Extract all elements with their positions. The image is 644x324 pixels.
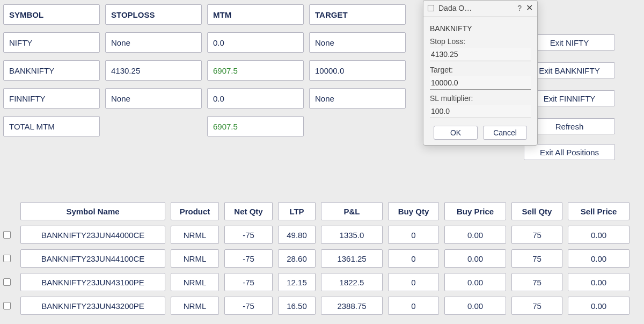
col-sell-qty: Sell Qty	[511, 202, 562, 220]
cell-buy-qty: 0	[388, 273, 439, 291]
header-mtm: MTM	[207, 4, 304, 25]
cell-mtm: 0.0	[207, 32, 304, 53]
cell-buy-price: 0.00	[444, 226, 506, 244]
cell-sell-qty: 75	[511, 249, 562, 268]
exit-all-positions-button[interactable]: Exit All Positions	[524, 144, 615, 160]
cell-net-qty: -75	[224, 249, 273, 268]
table-row: BANKNIFTY23JUN44100CE NRML -75 28.60 136…	[3, 249, 644, 268]
cell-sell-qty: 75	[511, 297, 562, 315]
cell-ltp: 16.50	[278, 297, 316, 315]
cell-buy-price: 0.00	[444, 273, 506, 291]
cell-stoploss: None	[105, 88, 202, 109]
cell-stoploss: None	[105, 32, 202, 53]
header-stoploss: STOPLOSS	[105, 4, 202, 25]
cell-target: None	[309, 88, 406, 109]
label-target: Target:	[430, 66, 531, 74]
dialog-title-text: Dada O…	[438, 4, 513, 12]
table-row: BANKNIFTY23JUN43200PE NRML -75 16.50 238…	[3, 297, 644, 315]
cell-buy-price: 0.00	[444, 297, 506, 315]
col-sell-price: Sell Price	[568, 202, 630, 220]
col-buy-price: Buy Price	[444, 202, 506, 220]
cell-sell-qty: 75	[511, 273, 562, 291]
dialog-symbol: BANKNIFTY	[430, 24, 531, 33]
positions-header-row: Symbol Name Product Net Qty LTP P&L Buy …	[3, 202, 644, 220]
app-icon	[428, 5, 434, 11]
col-symbol-name: Symbol Name	[20, 202, 165, 220]
cell-net-qty: -75	[224, 226, 273, 244]
cell-symbol: NIFTY	[3, 32, 100, 53]
col-pnl: P&L	[321, 202, 383, 220]
cell-sell-qty: 75	[511, 226, 562, 244]
stoploss-target-dialog: Dada O… ? ✕ BANKNIFTY Stop Loss: Target:…	[423, 0, 538, 146]
cell-sell-price: 0.00	[568, 249, 630, 268]
summary-grid: SYMBOL STOPLOSS MTM TARGET NIFTY None 0.…	[0, 0, 644, 164]
cell-pnl: 1822.5	[321, 273, 383, 291]
header-symbol: SYMBOL	[3, 4, 100, 25]
cancel-button[interactable]: Cancel	[483, 126, 527, 140]
cell-symbol-name: BANKNIFTY23JUN44000CE	[20, 226, 165, 244]
cell-target: 10000.0	[309, 60, 406, 81]
cell-ltp: 28.60	[278, 249, 316, 268]
header-target: TARGET	[309, 4, 406, 25]
cell-stoploss: 4130.25	[105, 60, 202, 81]
table-row: BANKNIFTY23JUN44000CE NRML -75 49.80 133…	[3, 226, 644, 244]
cell-net-qty: -75	[224, 297, 273, 315]
cell-total-label: TOTAL MTM	[3, 116, 100, 136]
row-checkbox[interactable]	[3, 278, 11, 286]
cell-mtm: 6907.5	[207, 60, 304, 81]
cell-pnl: 1335.0	[321, 226, 383, 244]
cell-buy-qty: 0	[388, 226, 439, 244]
label-stoploss: Stop Loss:	[430, 37, 531, 46]
cell-sell-price: 0.00	[568, 297, 630, 315]
cell-pnl: 1361.25	[321, 249, 383, 268]
cell-symbol: FINNIFTY	[3, 88, 100, 109]
stoploss-input[interactable]	[430, 48, 531, 61]
cell-product: NRML	[171, 273, 219, 291]
cell-sell-price: 0.00	[568, 273, 630, 291]
close-icon[interactable]: ✕	[526, 3, 533, 13]
cell-ltp: 49.80	[278, 226, 316, 244]
target-input[interactable]	[430, 76, 531, 90]
help-icon[interactable]: ?	[517, 4, 522, 12]
cell-ltp: 12.15	[278, 273, 316, 291]
ok-button[interactable]: OK	[434, 126, 478, 140]
cell-pnl: 2388.75	[321, 297, 383, 315]
cell-buy-qty: 0	[388, 249, 439, 268]
cell-symbol-name: BANKNIFTY23JUN43100PE	[20, 273, 165, 291]
cell-net-qty: -75	[224, 273, 273, 291]
label-slmultiplier: SL multiplier:	[430, 94, 531, 103]
cell-symbol-name: BANKNIFTY23JUN44100CE	[20, 249, 165, 268]
cell-sell-price: 0.00	[568, 226, 630, 244]
col-product: Product	[171, 202, 219, 220]
cell-product: NRML	[171, 226, 219, 244]
cell-symbol-name: BANKNIFTY23JUN43200PE	[20, 297, 165, 315]
cell-symbol: BANKNIFTY	[3, 60, 100, 81]
positions-table: Symbol Name Product Net Qty LTP P&L Buy …	[0, 202, 644, 315]
cell-buy-price: 0.00	[444, 249, 506, 268]
col-ltp: LTP	[278, 202, 316, 220]
dialog-titlebar[interactable]: Dada O… ? ✕	[423, 1, 537, 14]
cell-buy-qty: 0	[388, 297, 439, 315]
col-net-qty: Net Qty	[224, 202, 273, 220]
row-checkbox[interactable]	[3, 255, 11, 262]
cell-product: NRML	[171, 297, 219, 315]
cell-product: NRML	[171, 249, 219, 268]
row-checkbox[interactable]	[3, 302, 11, 309]
cell-mtm: 0.0	[207, 88, 304, 109]
col-buy-qty: Buy Qty	[388, 202, 439, 220]
row-checkbox[interactable]	[3, 231, 11, 239]
cell-target: None	[309, 32, 406, 53]
cell-total-mtm: 6907.5	[207, 116, 304, 136]
slmultiplier-input[interactable]	[430, 105, 531, 118]
table-row: BANKNIFTY23JUN43100PE NRML -75 12.15 182…	[3, 273, 644, 291]
